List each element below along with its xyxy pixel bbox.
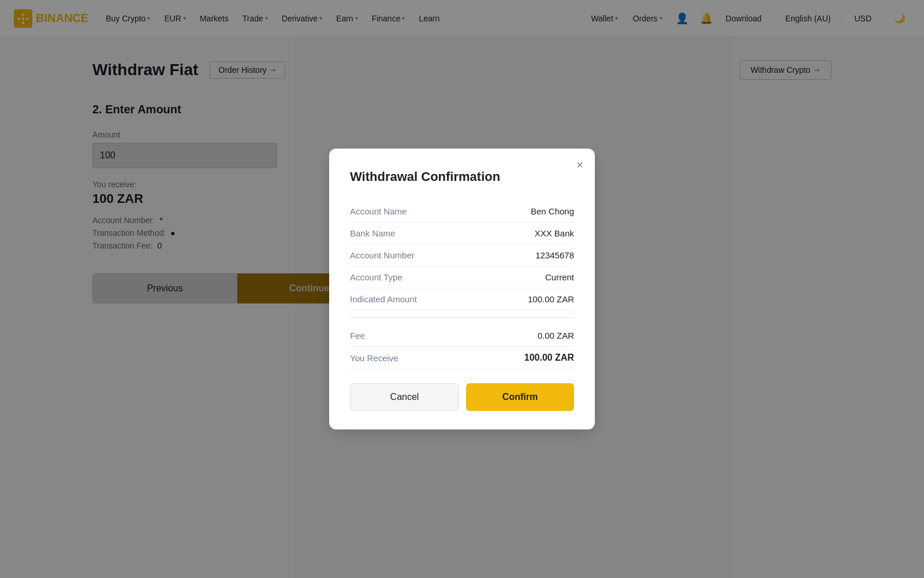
modal-row-fee: Fee 0.00 ZAR — [350, 325, 574, 347]
modal-row-indicated-amount: Indicated Amount 100.00 ZAR — [350, 288, 574, 310]
modal-row-account-type: Account Type Current — [350, 266, 574, 288]
modal-row-you-receive: You Receive 100.00 ZAR — [350, 347, 574, 369]
modal-overlay[interactable]: Withdrawal Confirmation × Account Name B… — [0, 0, 924, 578]
confirm-button[interactable]: Confirm — [466, 383, 574, 411]
modal-title: Withdrawal Confirmation — [350, 169, 574, 184]
modal-actions: Cancel Confirm — [350, 383, 574, 411]
modal-row-account-name: Account Name Ben Chong — [350, 201, 574, 223]
withdrawal-confirmation-modal: Withdrawal Confirmation × Account Name B… — [329, 149, 595, 429]
modal-divider — [350, 317, 574, 318]
modal-row-bank-name: Bank Name XXX Bank — [350, 223, 574, 244]
modal-row-account-number: Account Number 12345678 — [350, 244, 574, 266]
cancel-button[interactable]: Cancel — [350, 383, 459, 411]
modal-close-button[interactable]: × — [576, 159, 583, 171]
